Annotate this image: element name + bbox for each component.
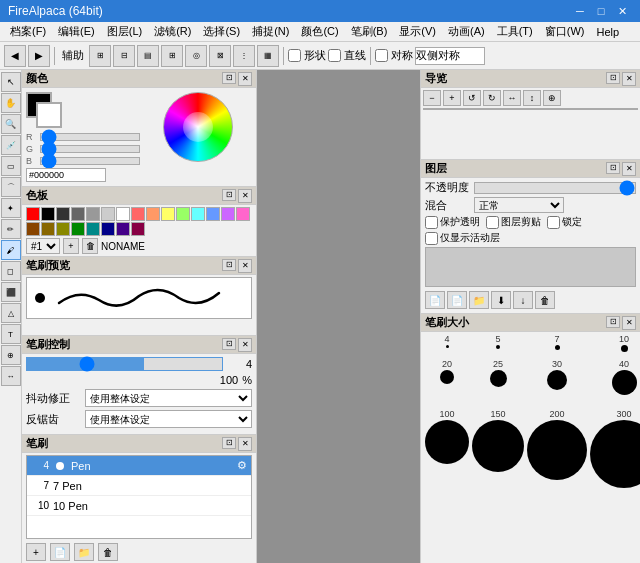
r-slider[interactable] xyxy=(40,133,140,141)
brush-size-item[interactable]: 10 xyxy=(590,334,640,356)
palette-color-swatch[interactable] xyxy=(86,207,100,221)
layer-delete-button[interactable]: 🗑 xyxy=(535,291,555,309)
palette-color-swatch[interactable] xyxy=(221,207,235,221)
tool-transform[interactable]: ⊕ xyxy=(1,345,21,365)
nav-zoom-out[interactable]: − xyxy=(423,90,441,106)
canvas[interactable] xyxy=(257,70,420,563)
tool-layer-move[interactable]: ↔ xyxy=(1,366,21,386)
tool-select-rect[interactable]: ▭ xyxy=(1,156,21,176)
brush-size-item[interactable]: 7 xyxy=(527,334,587,356)
show-active-checkbox[interactable] xyxy=(425,232,438,245)
toolbar-grid4[interactable]: ⊞ xyxy=(161,45,183,67)
protect-transparency-check[interactable]: 保护透明 xyxy=(425,215,480,229)
navigator-float-button[interactable]: ⊡ xyxy=(606,72,620,84)
g-slider[interactable] xyxy=(40,145,140,153)
nav-reset[interactable]: ⊕ xyxy=(543,90,561,106)
lock-check[interactable]: 锁定 xyxy=(547,215,582,229)
palette-color-swatch[interactable] xyxy=(176,207,190,221)
toolbar-icon8[interactable]: ▦ xyxy=(257,45,279,67)
brush-size-item[interactable]: 40 xyxy=(590,359,640,406)
nav-rotate-right[interactable]: ↻ xyxy=(483,90,501,106)
menu-layer[interactable]: 图层(L) xyxy=(101,22,148,41)
palette-color-swatch[interactable] xyxy=(56,207,70,221)
toolbar-next-button[interactable]: ▶ xyxy=(28,45,50,67)
tool-fill[interactable]: ⬛ xyxy=(1,282,21,302)
color-wheel-container[interactable] xyxy=(163,92,233,162)
toolbar-icon7[interactable]: ⋮ xyxy=(233,45,255,67)
palette-float-button[interactable]: ⊡ xyxy=(222,189,236,201)
palette-color-swatch[interactable] xyxy=(26,222,40,236)
brush-new-button[interactable]: 📄 xyxy=(50,543,70,561)
brushes-float-button[interactable]: ⊡ xyxy=(222,437,236,449)
toolbar-prev-button[interactable]: ◀ xyxy=(4,45,26,67)
brush-folder-button[interactable]: 📁 xyxy=(74,543,94,561)
brush-size-item[interactable]: 20 xyxy=(425,359,469,406)
palette-color-swatch[interactable] xyxy=(86,222,100,236)
tool-cursor[interactable]: ↖ xyxy=(1,72,21,92)
menu-view[interactable]: 显示(V) xyxy=(393,22,442,41)
palette-color-swatch[interactable] xyxy=(236,207,250,221)
brush-size-item[interactable]: 25 xyxy=(472,359,524,406)
layer-down-button[interactable]: ↓ xyxy=(513,291,533,309)
brush-size-item[interactable]: 300 xyxy=(590,409,640,504)
palette-color-swatch[interactable] xyxy=(101,222,115,236)
palette-color-swatch[interactable] xyxy=(56,222,70,236)
color-close-button[interactable]: ✕ xyxy=(238,72,252,86)
navigator-preview[interactable] xyxy=(423,108,638,110)
palette-color-swatch[interactable] xyxy=(116,207,130,221)
nav-flip-v[interactable]: ↕ xyxy=(523,90,541,106)
tool-zoom[interactable]: 🔍 xyxy=(1,114,21,134)
brush-size-item[interactable]: 4 xyxy=(425,334,469,356)
toolbar-grid2[interactable]: ⊟ xyxy=(113,45,135,67)
lock-checkbox[interactable] xyxy=(547,216,560,229)
menu-snap[interactable]: 捕捉(N) xyxy=(246,22,295,41)
brush-size-item[interactable]: 150 xyxy=(472,409,524,504)
tool-text[interactable]: T xyxy=(1,324,21,344)
palette-num-select[interactable]: #1 xyxy=(26,238,60,254)
minimize-button[interactable]: ─ xyxy=(570,1,590,21)
brush-preview-float-button[interactable]: ⊡ xyxy=(222,259,236,271)
menu-file[interactable]: 档案(F) xyxy=(4,22,52,41)
line-checkbox[interactable] xyxy=(328,49,341,62)
menu-edit[interactable]: 编辑(E) xyxy=(52,22,101,41)
palette-add-button[interactable]: + xyxy=(63,238,79,254)
menu-tool[interactable]: 工具(T) xyxy=(491,22,539,41)
brush-preview-close-button[interactable]: ✕ xyxy=(238,259,252,273)
menu-filter[interactable]: 滤镜(R) xyxy=(148,22,197,41)
gear-icon[interactable]: ⚙ xyxy=(237,459,247,472)
palette-close-button[interactable]: ✕ xyxy=(238,189,252,203)
toolbar-icon6[interactable]: ⊠ xyxy=(209,45,231,67)
tool-hand[interactable]: ✋ xyxy=(1,93,21,113)
brushes-close-button[interactable]: ✕ xyxy=(238,437,252,451)
menu-brush[interactable]: 笔刷(B) xyxy=(345,22,394,41)
palette-color-swatch[interactable] xyxy=(146,207,160,221)
palette-color-swatch[interactable] xyxy=(41,207,55,221)
stabilizer-select[interactable]: 使用整体设定 xyxy=(85,389,252,407)
align-input[interactable] xyxy=(415,47,485,65)
brush-list-item[interactable]: 4Pen⚙ xyxy=(27,456,251,476)
palette-color-swatch[interactable] xyxy=(131,222,145,236)
palette-color-swatch[interactable] xyxy=(131,207,145,221)
hex-input[interactable] xyxy=(26,168,106,182)
toolbar-grid3[interactable]: ▤ xyxy=(137,45,159,67)
brush-list-item[interactable]: 77 Pen xyxy=(27,476,251,496)
tool-eraser[interactable]: ◻ xyxy=(1,261,21,281)
brush-size-item[interactable]: 30 xyxy=(527,359,587,406)
brush-add-button[interactable]: + xyxy=(26,543,46,561)
color-float-button[interactable]: ⊡ xyxy=(222,72,236,84)
layer-new-button[interactable]: 📄 xyxy=(425,291,445,309)
menu-select[interactable]: 选择(S) xyxy=(197,22,246,41)
palette-color-swatch[interactable] xyxy=(26,207,40,221)
palette-delete-button[interactable]: 🗑 xyxy=(82,238,98,254)
palette-color-swatch[interactable] xyxy=(206,207,220,221)
layer-clipping-check[interactable]: 图层剪贴 xyxy=(486,215,541,229)
menu-help[interactable]: Help xyxy=(590,24,625,40)
layer-import-button[interactable]: ⬇ xyxy=(491,291,511,309)
menu-window[interactable]: 窗口(W) xyxy=(539,22,591,41)
maximize-button[interactable]: □ xyxy=(591,1,611,21)
nav-flip-h[interactable]: ↔ xyxy=(503,90,521,106)
toolbar-grid1[interactable]: ⊞ xyxy=(89,45,111,67)
palette-color-swatch[interactable] xyxy=(71,207,85,221)
protect-transparency-checkbox[interactable] xyxy=(425,216,438,229)
shape-checkbox[interactable] xyxy=(288,49,301,62)
